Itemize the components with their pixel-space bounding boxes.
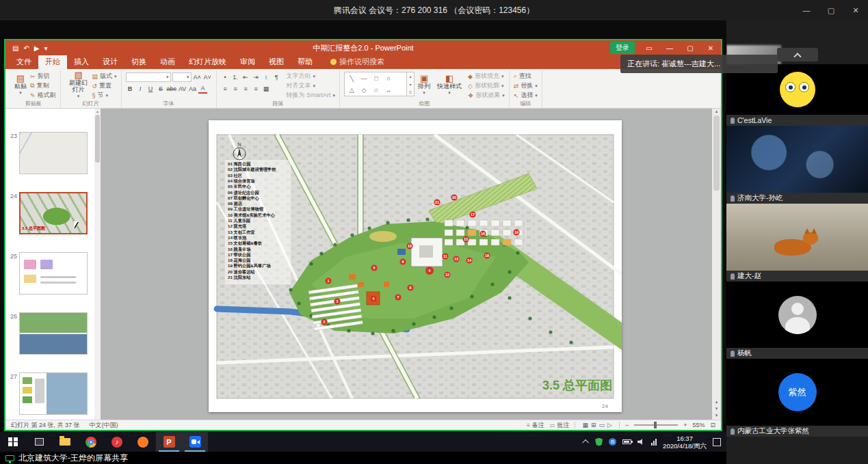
cut-button[interactable]: ✂剪切: [30, 72, 56, 81]
shape-option-1[interactable]: —: [358, 75, 369, 82]
font-button-2[interactable]: U: [146, 85, 155, 94]
shape-option-0[interactable]: ╲: [346, 75, 357, 82]
ppt-tab-文件[interactable]: 文件: [10, 55, 38, 69]
zoom-slider[interactable]: [634, 424, 678, 426]
battery-icon[interactable]: [622, 439, 631, 444]
minimize-button[interactable]: —: [794, 0, 819, 21]
slide-thumbnail-27[interactable]: [19, 372, 88, 415]
chrome-button[interactable]: [78, 432, 104, 452]
ribbon-display-options-button[interactable]: ▭: [639, 40, 659, 55]
netease-music-button[interactable]: ♪: [104, 432, 130, 452]
thumbnail-scrollbar[interactable]: ▴: [94, 109, 101, 420]
shapes-gallery-scroll[interactable]: ▴▾≡: [407, 72, 415, 96]
shape-option-2[interactable]: □: [371, 75, 382, 82]
powerpoint-taskbar-button[interactable]: P: [156, 432, 182, 452]
replace-button[interactable]: ⇄替换▾: [514, 81, 538, 90]
arrange-button[interactable]: ▣ 排列▾: [415, 72, 434, 99]
scroll-down-arrow[interactable]: ▾: [715, 413, 718, 418]
volume-icon[interactable]: [637, 439, 645, 446]
ppt-tab-帮助[interactable]: 帮助: [291, 55, 319, 69]
font-button-4[interactable]: abc: [167, 85, 177, 94]
ppt-minimize-button[interactable]: —: [659, 40, 680, 55]
taskbar-clock[interactable]: 16:37 2020/4/18/周六: [663, 435, 707, 450]
ppt-tab-审阅[interactable]: 审阅: [233, 55, 262, 69]
layout-button[interactable]: ▤版式▾: [92, 72, 117, 81]
reset-button[interactable]: ↺重置: [92, 81, 117, 90]
shrink-font-button[interactable]: A˅: [203, 73, 212, 82]
grow-font-button[interactable]: A˄: [193, 73, 202, 82]
find-button[interactable]: ⌕查找: [514, 72, 538, 81]
participant-video[interactable]: [726, 204, 868, 271]
ppt-tab-插入[interactable]: 插入: [67, 55, 96, 69]
participant-video-photo[interactable]: [726, 126, 868, 193]
ppt-restore-button[interactable]: ▢: [680, 40, 700, 55]
start-slideshow-button[interactable]: ▶: [34, 44, 40, 52]
paragraph-button-a-5[interactable]: ¶: [272, 73, 281, 82]
ppt-tab-设计[interactable]: 设计: [96, 55, 124, 69]
ppt-tab-切换[interactable]: 切换: [124, 55, 153, 69]
ppt-tab-视图[interactable]: 视图: [262, 55, 291, 69]
fit-slide-button[interactable]: ⊡: [710, 422, 715, 428]
task-view-button[interactable]: [26, 432, 52, 452]
scrollbar-thumb[interactable]: [713, 115, 720, 191]
paragraph-button-a-1[interactable]: 1.: [231, 73, 240, 82]
collapse-panel-button[interactable]: [777, 48, 818, 62]
paragraph-button-a-3[interactable]: ⇥: [252, 73, 261, 82]
uc-browser-button[interactable]: [130, 432, 156, 452]
participant-tile[interactable]: 建大-赵: [726, 204, 868, 282]
ppt-close-button[interactable]: ✕: [700, 40, 721, 55]
shape-option-4[interactable]: △: [346, 87, 357, 94]
select-button[interactable]: ↖选择▾: [514, 91, 538, 100]
paragraph-button-b-2[interactable]: ≡: [241, 85, 250, 94]
align-text-button[interactable]: 对齐文本▾: [287, 81, 336, 90]
next-slide-button[interactable]: ▾: [715, 406, 718, 411]
security-shield-icon[interactable]: [595, 438, 603, 446]
participant-video[interactable]: 紫然: [726, 359, 868, 426]
slide-canvas[interactable]: N 01 海西公园02 沈阳城市建设管理学校03 社区04 综合体育场05 市民…: [209, 120, 622, 412]
ppt-tab-开始[interactable]: 开始: [38, 55, 67, 69]
font-button-5[interactable]: AV: [178, 85, 187, 94]
shapes-gallery[interactable]: ╲—□○△◇☆↔: [344, 72, 407, 96]
participant-tile[interactable]: C'estLaVie: [726, 64, 868, 126]
ppt-tab-动画[interactable]: 动画: [153, 55, 182, 69]
save-button[interactable]: ▤: [12, 44, 18, 52]
view-reading-button[interactable]: ▭: [599, 422, 605, 428]
shape-effects-button[interactable]: ❖形状效果▾: [468, 91, 505, 100]
zoom-slider-thumb[interactable]: [654, 422, 657, 428]
participant-tile[interactable]: 杨帆: [726, 282, 868, 359]
zoom-in-button[interactable]: +: [683, 422, 687, 428]
network-icon[interactable]: [651, 439, 657, 446]
shape-outline-button[interactable]: ◇形状轮廓▾: [468, 81, 505, 90]
scroll-up-arrow[interactable]: ▴: [715, 109, 718, 114]
notification-center-button[interactable]: [713, 438, 721, 446]
font-button-1[interactable]: I: [136, 85, 145, 94]
slide-thumbnail-23[interactable]: [19, 132, 88, 174]
maximize-button[interactable]: ▢: [819, 0, 843, 21]
paragraph-button-b-1[interactable]: ≡: [231, 85, 240, 94]
zoom-out-button[interactable]: −: [625, 422, 629, 428]
participant-tile[interactable]: 紫然内蒙古工业大学张紫然: [726, 359, 868, 437]
font-name-select[interactable]: ▾: [126, 72, 171, 82]
new-slide-button[interactable]: ▧ 新建幻灯片▾: [65, 72, 92, 99]
login-button[interactable]: 登录: [610, 42, 635, 54]
font-button-7[interactable]: A: [198, 85, 207, 94]
participant-video[interactable]: [726, 282, 868, 348]
view-normal-button[interactable]: ▦: [582, 422, 588, 428]
shape-option-7[interactable]: ↔: [383, 87, 394, 94]
participant-tile[interactable]: 济南大学-孙屹: [726, 126, 868, 204]
font-button-6[interactable]: Aa: [188, 85, 197, 94]
format-painter-button[interactable]: ✎格式刷: [30, 91, 56, 100]
ppt-tab-幻灯片放映[interactable]: 幻灯片放映: [182, 55, 233, 69]
shape-fill-button[interactable]: ◆形状填充▾: [468, 72, 505, 81]
paragraph-button-b-4[interactable]: ▦: [262, 85, 271, 94]
undo-button[interactable]: ↶: [23, 44, 29, 52]
tell-me-search[interactable]: 操作说明搜索: [330, 57, 384, 69]
previous-slide-button[interactable]: ▴: [715, 399, 718, 405]
paste-button[interactable]: ▤ 粘贴▾: [11, 72, 30, 99]
tencent-meeting-taskbar-button[interactable]: [182, 432, 208, 452]
convert-smartart-button[interactable]: 转换为 SmartArt▾: [287, 91, 336, 100]
paragraph-button-a-2[interactable]: ⇤: [241, 73, 250, 82]
slide-thumbnail-26[interactable]: [19, 312, 88, 355]
slide-thumbnail-25[interactable]: [19, 252, 88, 295]
shape-option-3[interactable]: ○: [383, 75, 394, 82]
